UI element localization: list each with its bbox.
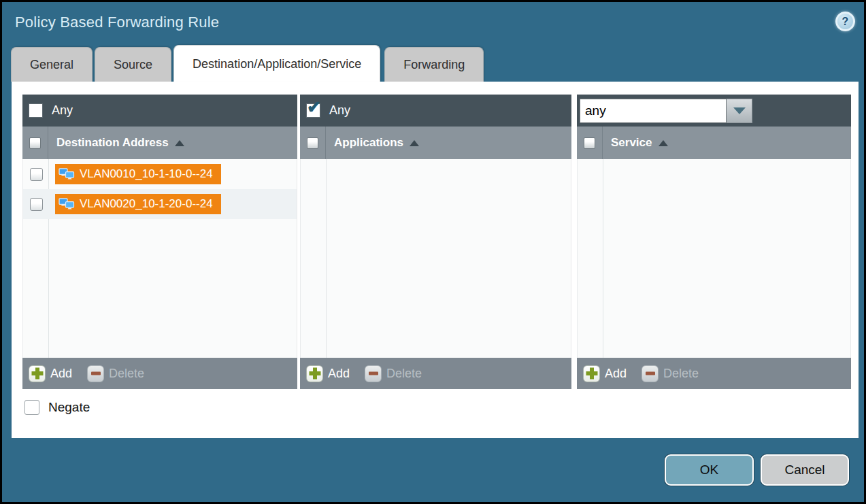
applications-footer: Add Delete: [300, 358, 571, 389]
tab-general[interactable]: General: [11, 47, 93, 82]
delete-button[interactable]: Delete: [642, 365, 699, 382]
panels-container: Any Destination Address: [22, 95, 851, 389]
chevron-down-icon: [733, 107, 746, 114]
tab-bar: General Source Destination/Application/S…: [11, 45, 486, 82]
tab-destination-application-service[interactable]: Destination/Application/Service: [173, 45, 380, 82]
service-any-bar: [577, 95, 851, 127]
destination-column-header: Destination Address: [22, 127, 297, 159]
negate-checkbox[interactable]: [24, 400, 39, 415]
destination-header-label[interactable]: Destination Address: [56, 136, 169, 150]
network-address-icon: [59, 198, 75, 210]
policy-forwarding-dialog: Policy Based Forwarding Rule ? General S…: [2, 2, 864, 502]
service-column-header: Service: [577, 127, 851, 159]
applications-column-header: Applications: [300, 127, 571, 159]
cancel-button[interactable]: Cancel: [761, 454, 849, 486]
service-list: [577, 159, 851, 358]
applications-panel: ✔ Any Applications: [300, 95, 571, 389]
destination-any-bar: Any: [22, 95, 297, 127]
delete-button[interactable]: Delete: [365, 365, 422, 382]
negate-option: Negate: [24, 400, 90, 415]
ok-button[interactable]: OK: [665, 454, 754, 486]
applications-any-checkbox[interactable]: ✔: [306, 103, 320, 118]
add-button[interactable]: Add: [29, 365, 72, 382]
network-address-icon: [59, 168, 75, 180]
address-object-chip[interactable]: VLAN0020_10-1-20-0--24: [55, 194, 221, 214]
applications-header-label[interactable]: Applications: [334, 136, 403, 150]
service-select-all-checkbox[interactable]: [584, 137, 595, 149]
dialog-title: Policy Based Forwarding Rule: [15, 14, 219, 31]
applications-any-label: Any: [329, 103, 350, 118]
service-header-label[interactable]: Service: [611, 136, 652, 150]
address-object-chip[interactable]: VLAN0010_10-1-10-0--24: [55, 164, 221, 184]
applications-select-all-checkbox[interactable]: [307, 137, 318, 149]
service-panel: Service Add Delete: [577, 95, 851, 389]
help-icon[interactable]: ?: [835, 12, 855, 31]
service-dropdown-input[interactable]: [580, 99, 727, 123]
destination-select-all-checkbox[interactable]: [29, 137, 41, 149]
sort-ascending-icon[interactable]: [175, 140, 184, 146]
tab-forwarding[interactable]: Forwarding: [384, 47, 484, 82]
destination-list: VLAN0010_10-1-10-0--24: [22, 159, 297, 358]
delete-button[interactable]: Delete: [87, 365, 144, 382]
sort-ascending-icon[interactable]: [410, 140, 419, 146]
applications-any-bar: ✔ Any: [300, 95, 571, 127]
delete-minus-icon: [642, 365, 659, 382]
delete-minus-icon: [365, 365, 382, 382]
screen: Policy Based Forwarding Rule ? General S…: [0, 0, 866, 504]
applications-list: [300, 159, 571, 358]
destination-panel: Any Destination Address: [22, 95, 297, 389]
table-row[interactable]: VLAN0020_10-1-20-0--24: [23, 189, 297, 219]
sort-ascending-icon[interactable]: [659, 140, 668, 146]
tab-content: Any Destination Address: [12, 82, 859, 438]
tab-source[interactable]: Source: [95, 47, 171, 82]
row-checkbox[interactable]: [30, 198, 43, 211]
row-checkbox[interactable]: [30, 168, 43, 181]
dialog-actions: OK Cancel: [665, 454, 849, 486]
service-dropdown: [580, 99, 752, 123]
destination-any-label: Any: [52, 103, 73, 118]
address-object-name: VLAN0020_10-1-20-0--24: [80, 197, 213, 211]
add-button[interactable]: Add: [306, 365, 350, 382]
negate-label: Negate: [48, 400, 90, 415]
add-plus-icon: [306, 365, 323, 382]
add-button[interactable]: Add: [583, 365, 627, 382]
delete-minus-icon: [87, 365, 104, 382]
service-footer: Add Delete: [577, 358, 851, 389]
table-row[interactable]: VLAN0010_10-1-10-0--24: [23, 159, 297, 189]
service-dropdown-button[interactable]: [727, 99, 752, 123]
destination-footer: Add Delete: [22, 358, 297, 389]
checkmark-icon: ✔: [307, 99, 321, 116]
destination-any-checkbox[interactable]: [29, 103, 43, 118]
add-plus-icon: [583, 365, 600, 382]
add-plus-icon: [29, 365, 46, 382]
help-glyph: ?: [842, 16, 849, 28]
address-object-name: VLAN0010_10-1-10-0--24: [80, 167, 213, 181]
